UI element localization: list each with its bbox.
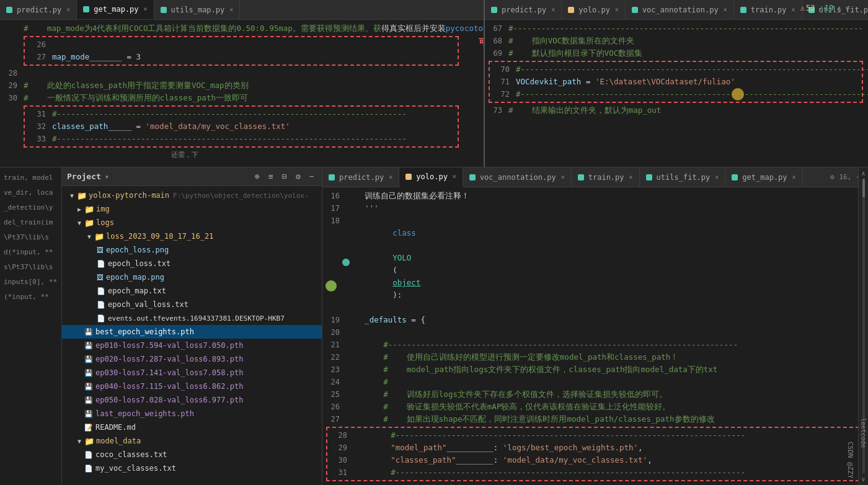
folder-icon-model-data: 📁 — [84, 437, 94, 446]
tab-train-right[interactable]: train.py × — [734, 0, 802, 20]
folder-icon-loss: 📁 — [94, 232, 104, 241]
add-icon[interactable]: ⊕ — [252, 172, 262, 182]
close-icon[interactable]: × — [615, 6, 619, 13]
file-label-events: events.out.tfevents.1694337381.DESKTOP-H… — [108, 314, 285, 323]
tree-item-epoch-map-txt[interactable]: 📄 epoch_map.txt — [62, 284, 322, 298]
tab-predict-py-right[interactable]: predict.py × — [485, 0, 562, 20]
folder-icon-logs: 📁 — [84, 218, 94, 228]
tab-voc-annotation-right[interactable]: voc_annotation.py × — [626, 0, 734, 20]
close-icon[interactable]: × — [551, 6, 555, 13]
tree-item-epoch-loss-txt[interactable]: 📄 epoch_loss.txt — [62, 257, 322, 270]
tree-item-readme[interactable]: 📝 README.md — [62, 420, 322, 434]
tree-item-coco-classes[interactable]: 📄 coco_classes.txt — [62, 448, 322, 461]
file-icon-voc-classes: 📄 — [84, 465, 93, 473]
close-icon[interactable]: × — [389, 174, 392, 180]
tree-item-epoch-val-loss[interactable]: 📄 epoch_val_loss.txt — [62, 298, 322, 311]
tree-arrow-logs: ▼ — [74, 220, 84, 226]
file-icon-txt: 📄 — [97, 260, 105, 268]
tree-item-ep050[interactable]: 💾 ep050-loss7.028-val_loss6.977.pth — [62, 393, 322, 407]
tree-arrow-model-data: ▼ — [74, 438, 84, 445]
root-path: F:\python\object_detection\yolox- — [173, 192, 309, 200]
tab-get-map-bottom[interactable]: get_map.py × — [725, 167, 802, 187]
close-icon[interactable]: × — [66, 6, 70, 13]
close-icon[interactable]: × — [792, 6, 795, 13]
tree-item-epoch-map-png[interactable]: 🖼 epoch_map.png — [62, 270, 322, 284]
minimap-arrow-down[interactable]: ∨ — [861, 476, 865, 483]
tab-get-map-py-top[interactable]: get_map.py × — [77, 0, 154, 20]
top-right-code-area: 67 #------------------------------------… — [485, 20, 868, 148]
tab-voc-annotation-bottom[interactable]: voc_annotation.py × — [463, 167, 572, 187]
dot-indicator-2 — [326, 280, 337, 291]
tree-item-events[interactable]: 📄 events.out.tfevents.1694337381.DESKTOP… — [62, 311, 322, 325]
tab-utils-map-py-top[interactable]: utils_map.py × — [154, 0, 241, 20]
close-icon[interactable]: × — [629, 174, 633, 180]
top-left-code-area: # map_mode为4代表利用COCO工具箱计算当前数据集的0.50:0.95… — [0, 20, 484, 167]
tree-item-epoch-loss-png[interactable]: 🖼 epoch_loss.png — [62, 243, 322, 257]
file-label-readme: README.md — [95, 423, 136, 432]
close-icon[interactable]: × — [453, 173, 456, 180]
file-icon-pth-ep010: 💾 — [84, 342, 93, 350]
close-icon[interactable]: × — [561, 174, 565, 180]
file-icon-md: 📝 — [84, 424, 93, 432]
ok-badge: ✓ 19 — [818, 4, 833, 12]
file-label-last-epoch: last_epoch_weights.pth — [95, 409, 194, 418]
project-header: Project ▾ ⊕ ≡ ⊟ ⚙ − — [62, 167, 322, 186]
collapse-all-icon[interactable]: ≡ — [266, 172, 276, 182]
tab-predict-bottom[interactable]: predict.py × — [322, 167, 399, 187]
tab-train-bottom[interactable]: train.py × — [572, 167, 640, 187]
dot-indicator-1 — [732, 88, 744, 100]
tree-item-logs[interactable]: ▼ 📁 logs — [62, 216, 322, 229]
highlight-box-model-path: 28 #------------------------------------… — [326, 427, 859, 481]
folder-icon-img: 📁 — [84, 205, 94, 214]
left-sidebar-strip: train, model ve_dir, loca _detection\y d… — [0, 167, 62, 485]
file-icon-txt3: 📄 — [97, 301, 105, 309]
file-label-epoch-map-png: epoch_map.png — [106, 273, 164, 282]
close-icon[interactable]: × — [229, 6, 233, 13]
folder-label-loss: loss_2023_09_10_17_16_21 — [106, 232, 213, 241]
tree-arrow-loss: ▼ — [84, 233, 94, 240]
file-icon-pth-ep040: 💾 — [84, 383, 93, 391]
ok-icon: ✓ — [818, 4, 823, 12]
tree-root[interactable]: ▼ 📁 yolox-pytorch-main F:\python\object_… — [62, 189, 322, 202]
file-label-epoch-map-txt: epoch_map.txt — [108, 287, 166, 295]
close-icon[interactable]: × — [792, 174, 796, 180]
ok-count: 19 — [825, 4, 833, 12]
tree-item-voc-classes[interactable]: 📄 my_voc_classes.txt — [62, 461, 322, 475]
minimize-icon[interactable]: − — [307, 172, 317, 182]
highlight-box-vocdevkit: 70 #------------------------------------… — [489, 61, 863, 103]
tree-item-ep040[interactable]: 💾 ep040-loss7.115-val_loss6.862.pth — [62, 380, 322, 393]
tree-arrow-img: ▶ — [74, 206, 84, 213]
close-icon[interactable]: × — [724, 6, 727, 13]
tab-utils-fit-bottom[interactable]: utils_fit.py × — [640, 167, 726, 187]
annotation-text: 可选 — [479, 36, 484, 48]
close-icon[interactable]: × — [144, 6, 148, 12]
layout-icon[interactable]: ⊟ — [280, 172, 290, 182]
settings-icon[interactable]: ⚙ — [293, 172, 303, 182]
tree-item-ep030[interactable]: 💾 ep030-loss7.141-val_loss7.058.pth — [62, 366, 322, 380]
settings-icon-bottom[interactable]: ⚙ — [830, 173, 835, 181]
sidebar-text-1: train, model — [0, 170, 61, 185]
close-icon[interactable]: × — [715, 174, 719, 180]
tree-item-ep020[interactable]: 💾 ep020-loss7.287-val_loss6.893.pth — [62, 352, 322, 366]
sidebar-text-2: ve_dir, loca — [0, 185, 61, 200]
minimap-arrow-up[interactable]: ∧ — [861, 170, 865, 177]
minimap-scroll — [862, 179, 865, 197]
warning-count: 53 — [806, 4, 815, 12]
tree-item-model-data[interactable]: ▼ 📁 model_data — [62, 434, 322, 448]
file-icon-pth-best: 💾 — [84, 328, 93, 336]
sidebar-text-4: del_train(im — [0, 215, 61, 229]
file-label-ep030: ep030-loss7.141-val_loss7.058.pth — [95, 368, 243, 377]
chevron-down-icon: ▾ — [105, 172, 109, 181]
bottom-tab-bar: predict.py × yolo.py × voc_annotation.py… — [322, 167, 868, 187]
file-label-ep020: ep020-loss7.287-val_loss6.893.pth — [95, 355, 243, 363]
tree-item-ep010[interactable]: 💾 ep010-loss7.594-val_loss7.050.pth — [62, 339, 322, 352]
highlight-box-map-mode: 26 27 map_mode_______ = 3 可选 — [24, 36, 459, 66]
tree-item-img[interactable]: ▶ 📁 img — [62, 202, 322, 216]
tree-item-last-epoch[interactable]: 💾 last_epoch_weights.pth — [62, 407, 322, 420]
tab-yolo-py-right[interactable]: yolo.py × — [562, 0, 626, 20]
tab-yolo-bottom[interactable]: yolo.py × — [399, 167, 463, 187]
tab-predict-py-top[interactable]: predict.py × — [0, 0, 77, 20]
tree-item-loss-folder[interactable]: ▼ 📁 loss_2023_09_10_17_16_21 — [62, 229, 322, 243]
tree-item-best-epoch-weights[interactable]: 💾 best_epoch_weights.pth — [62, 325, 322, 339]
csdn-watermark: CSDN @ZZY — [846, 442, 854, 479]
